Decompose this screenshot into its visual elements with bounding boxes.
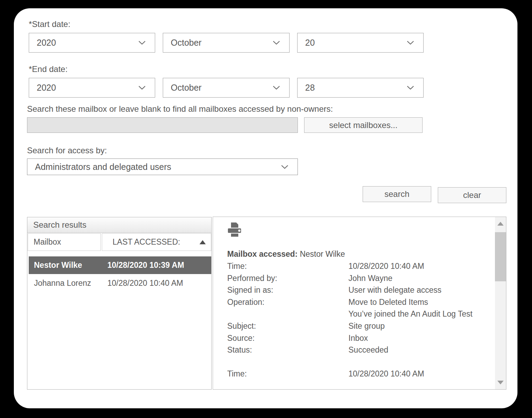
- detail-row: Source:Inbox: [227, 332, 485, 344]
- end-year-value: 2020: [37, 83, 138, 93]
- row-last-accessed: 10/28/2020 10:40 AM: [107, 279, 211, 288]
- detail-value: You’ve joined the An Audit Log Test: [348, 308, 485, 320]
- search-button-label: search: [384, 189, 409, 199]
- detail-value: Site group: [348, 320, 485, 332]
- detail-label: Time:: [227, 368, 348, 380]
- start-year-select[interactable]: 2020: [29, 33, 155, 53]
- detail-value: Inbox: [348, 332, 485, 344]
- chevron-down-icon: [407, 40, 414, 45]
- search-results-panel: Search results Mailbox LAST ACCESSED: Ne…: [27, 217, 212, 390]
- chevron-down-icon: [273, 85, 280, 90]
- end-day-value: 28: [305, 83, 407, 93]
- detail-value: 10/28/2020 10:40 AM: [348, 260, 485, 272]
- print-button[interactable]: [227, 222, 242, 239]
- row-mailbox: Johanna Lorenz: [29, 279, 107, 288]
- table-row[interactable]: Johanna Lorenz 10/28/2020 10:40 AM: [29, 274, 211, 292]
- start-month-value: October: [171, 38, 273, 48]
- column-header-last-accessed-label: LAST ACCESSED:: [113, 237, 180, 247]
- detail-label: Subject:: [227, 320, 348, 332]
- column-header-mailbox[interactable]: Mailbox: [28, 233, 101, 251]
- detail-label: [227, 356, 348, 368]
- row-last-accessed: 10/28/2020 10:39 AM: [107, 261, 211, 270]
- detail-label: Signed in as:: [227, 284, 348, 296]
- start-date-label: *Start date:: [29, 19, 70, 29]
- access-by-value: Administrators and delegated users: [35, 162, 281, 172]
- results-rows: Nestor Wilke 10/28/2020 10:39 AM Johanna…: [27, 256, 211, 292]
- column-header-last-accessed[interactable]: LAST ACCESSED:: [102, 233, 211, 251]
- detail-value: Move to Deleted Items: [348, 296, 485, 308]
- detail-label: Operation:: [227, 296, 348, 308]
- mailbox-accessed-value: Nestor Wilke: [300, 249, 345, 258]
- table-row[interactable]: Nestor Wilke 10/28/2020 10:39 AM: [29, 256, 211, 274]
- search-button[interactable]: search: [363, 186, 431, 202]
- mailbox-search-label: Search these mailbox or leave blank to f…: [27, 104, 333, 114]
- detail-value: John Wayne: [348, 272, 485, 284]
- start-month-select[interactable]: October: [163, 33, 290, 53]
- detail-row: Performed by:John Wayne: [227, 272, 485, 284]
- chevron-down-icon: [407, 85, 414, 90]
- detail-row: Time:10/28/2020 10:40 AM: [227, 260, 485, 272]
- details-panel: Mailbox accessed: Nestor Wilke Time:10/2…: [213, 217, 506, 390]
- detail-label: Source:: [227, 332, 348, 344]
- detail-row: You’ve joined the An Audit Log Test: [227, 308, 485, 320]
- clear-button-label: clear: [463, 190, 481, 200]
- chevron-down-icon: [138, 40, 146, 45]
- end-year-select[interactable]: 2020: [29, 78, 155, 98]
- start-year-value: 2020: [37, 38, 138, 48]
- detail-label: Performed by:: [227, 272, 348, 284]
- detail-row: Status:Succeeded: [227, 344, 485, 356]
- detail-value: Succeeded: [348, 344, 485, 356]
- end-day-select[interactable]: 28: [297, 78, 424, 98]
- select-mailboxes-label: select mailboxes...: [329, 120, 397, 130]
- clear-button[interactable]: clear: [438, 187, 506, 203]
- mailbox-search-input[interactable]: [27, 117, 298, 133]
- detail-label: Time:: [227, 260, 348, 272]
- detail-label: [227, 308, 348, 320]
- column-header-mailbox-label: Mailbox: [34, 237, 61, 247]
- scroll-down-icon[interactable]: [497, 381, 504, 384]
- select-mailboxes-button[interactable]: select mailboxes...: [304, 117, 423, 133]
- chevron-down-icon: [273, 40, 280, 45]
- mailbox-accessed-line: Mailbox accessed: Nestor Wilke: [227, 249, 345, 259]
- detail-value: User with delegate access: [348, 284, 485, 296]
- results-column-header-row: Mailbox LAST ACCESSED:: [27, 233, 211, 252]
- detail-row: Signed in as:User with delegate access: [227, 284, 485, 296]
- end-month-select[interactable]: October: [163, 78, 290, 98]
- detail-row: Subject:Site group: [227, 320, 485, 332]
- chevron-down-icon: [281, 165, 289, 169]
- detail-value: [348, 356, 485, 368]
- scrollbar-thumb[interactable]: [495, 232, 506, 281]
- printer-icon: [227, 222, 242, 238]
- row-mailbox: Nestor Wilke: [29, 261, 107, 270]
- access-by-select[interactable]: Administrators and delegated users: [27, 158, 298, 175]
- detail-value: 10/28/2020 10:40 AM: [348, 368, 485, 380]
- chevron-down-icon: [138, 85, 146, 90]
- sort-ascending-icon: [200, 240, 206, 244]
- scrollbar[interactable]: [495, 217, 506, 389]
- mailbox-accessed-label: Mailbox accessed:: [227, 249, 298, 258]
- detail-row: Time:10/28/2020 10:40 AM: [227, 368, 485, 380]
- start-day-value: 20: [305, 38, 407, 48]
- search-results-title: Search results: [27, 217, 211, 233]
- detail-row: Operation:Move to Deleted Items: [227, 296, 485, 308]
- audit-report-page: *Start date: 2020 October 20 *End date: …: [0, 0, 532, 418]
- scroll-up-icon[interactable]: [497, 222, 504, 226]
- end-date-label: *End date:: [29, 64, 68, 74]
- audit-entries: Time:10/28/2020 10:40 AM Performed by:Jo…: [227, 260, 485, 380]
- detail-row: [227, 356, 485, 368]
- access-by-label: Search for access by:: [27, 146, 107, 155]
- start-day-select[interactable]: 20: [297, 33, 424, 53]
- detail-label: Status:: [227, 344, 348, 356]
- end-month-value: October: [171, 83, 273, 93]
